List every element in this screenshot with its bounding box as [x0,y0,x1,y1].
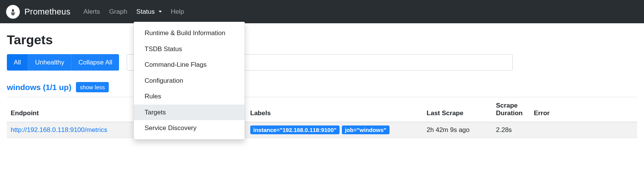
caret-down-icon [159,11,162,13]
navbar: Prometheus Alerts Graph Status Help [0,0,644,23]
status-dropdown-item[interactable]: Service Discovery [134,120,245,136]
prometheus-logo-icon [6,5,20,19]
status-dropdown-item[interactable]: Runtime & Build Information [134,25,245,41]
nav-status[interactable]: Status [132,5,165,19]
th-scrape-duration: Scrape Duration [492,97,530,122]
status-dropdown-item[interactable]: Targets [134,105,245,121]
show-less-button[interactable]: show less [76,82,109,92]
nav-alerts[interactable]: Alerts [80,5,104,19]
status-dropdown-item[interactable]: Command-Line Flags [134,57,245,73]
table-row: http://192.168.0.118:9100/metricsUPinsta… [7,122,637,138]
status-dropdown-item[interactable]: Rules [134,88,245,105]
all-button[interactable]: All [7,54,28,71]
content: Targets All Unhealthy Collapse All windo… [0,23,644,144]
status-dropdown-item[interactable]: TSDB Status [134,41,245,57]
unhealthy-button[interactable]: Unhealthy [28,54,71,71]
scrape-duration-cell: 2.28s [492,122,530,138]
nav-links: Alerts Graph Status Help [80,5,188,19]
nav-graph[interactable]: Graph [105,5,131,19]
pool-name-link[interactable]: windows (1/1 up) [7,83,71,92]
th-labels: Labels [246,97,423,122]
status-dropdown-item[interactable]: Configuration [134,73,245,89]
label-badge: job="windows" [342,125,390,134]
filter-row: All Unhealthy Collapse All [7,54,637,71]
nav-help[interactable]: Help [167,5,188,19]
targets-table: Endpoint State Labels Last Scrape Scrape… [7,97,637,138]
brand-text: Prometheus [24,7,71,17]
brand[interactable]: Prometheus [6,5,71,19]
status-dropdown: Runtime & Build InformationTSDB StatusCo… [134,22,245,140]
endpoint-link[interactable]: http://192.168.0.118:9100/metrics [11,126,107,133]
label-badge: instance="192.168.0.118:9100" [250,125,340,134]
page-title: Targets [7,32,637,47]
pool-header: windows (1/1 up) show less [7,82,637,92]
nav-status-label: Status [136,8,155,16]
error-cell [530,122,637,138]
filter-btn-group: All Unhealthy Collapse All [7,54,119,71]
collapse-all-button[interactable]: Collapse All [71,54,119,71]
th-error: Error [530,97,637,122]
th-last-scrape: Last Scrape [423,97,492,122]
last-scrape-cell: 2h 42m 9s ago [423,122,492,138]
